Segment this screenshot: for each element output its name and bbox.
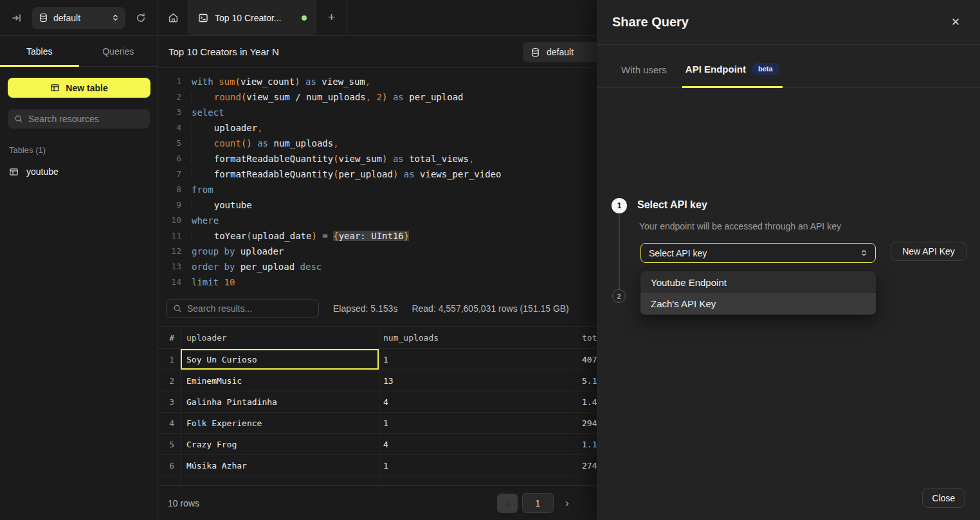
sidebar-expand-button[interactable] <box>8 9 26 27</box>
tab-strip: Top 10 Creator... + <box>158 0 597 35</box>
api-key-select[interactable]: Select API key <box>640 243 876 263</box>
elapsed-stat: Elapsed: 5.153s <box>333 303 397 314</box>
row-index: 2 <box>158 370 181 391</box>
tab-with-users-label: With users <box>621 64 667 75</box>
table-row: 6Músika Azhar1274 <box>158 455 597 476</box>
home-button[interactable] <box>158 0 189 35</box>
code-line[interactable]: 13order by per_upload desc <box>158 259 597 274</box>
resource-search-input[interactable] <box>28 114 143 124</box>
tab-queries[interactable]: Queries <box>79 36 158 66</box>
tab-top-10-creators[interactable]: Top 10 Creator... <box>189 0 316 35</box>
code-line[interactable]: 9 youtube <box>158 197 597 213</box>
database-selector[interactable]: default <box>32 7 125 29</box>
api-key-option[interactable]: Youtube Endpoint <box>640 272 876 293</box>
home-icon <box>168 12 179 23</box>
code-line[interactable]: 8from <box>158 182 597 197</box>
header-uploader[interactable]: uploader <box>181 327 379 348</box>
cell-uploader[interactable]: Crazy Frog <box>181 434 379 454</box>
cell-total-views[interactable]: 1.1 <box>577 434 597 454</box>
new-api-key-button[interactable]: New API Key <box>891 242 966 261</box>
query-title: Top 10 Creators in Year N <box>168 46 279 57</box>
new-table-button[interactable]: New table <box>8 78 150 98</box>
table-row-partial <box>158 476 597 485</box>
table-item-label: youtube <box>26 166 59 177</box>
search-icon <box>14 114 23 123</box>
cell-num-uploads[interactable]: 4 <box>379 434 577 454</box>
header-num-uploads[interactable]: num_uploads <box>379 327 577 348</box>
table-row: 2EminemMusic135.1 <box>158 370 597 391</box>
table-row: 1Soy Un Curioso1407 <box>158 349 597 370</box>
cell-num-uploads[interactable]: 1 <box>379 413 577 433</box>
row-index: 1 <box>158 349 181 370</box>
code-line[interactable]: 3select <box>158 105 597 120</box>
cell-uploader[interactable]: Folk Experience <box>181 413 379 433</box>
line-number: 7 <box>166 166 181 182</box>
code-line[interactable]: 6 formatReadableQuantity(view_sum) as to… <box>158 151 597 166</box>
cell-total-views[interactable]: 5.1 <box>577 370 597 391</box>
database-icon <box>39 13 48 22</box>
code-line[interactable]: 7 formatReadableQuantity(per_upload) as … <box>158 166 597 182</box>
cell-uploader[interactable]: EminemMusic <box>181 370 379 391</box>
code-line[interactable]: 1with sum(view_count) as view_sum, <box>158 74 597 89</box>
cell-uploader[interactable]: Músika Azhar <box>181 455 379 476</box>
results-toolbar: Elapsed: 5.153s Read: 4,557,605,031 rows… <box>158 291 597 326</box>
line-number: 5 <box>166 136 181 151</box>
line-number: 6 <box>166 151 181 166</box>
new-tab-button[interactable]: + <box>316 0 347 35</box>
query-database-selector[interactable]: default <box>523 42 597 62</box>
results-table-header: # uploader num_uploads tot <box>158 326 597 349</box>
cell-total-views[interactable]: 407 <box>577 349 597 370</box>
step-connector-line <box>619 215 620 289</box>
api-key-option[interactable]: Zach's API Key <box>640 293 876 314</box>
cell-total-views[interactable]: 1.4 <box>577 391 597 412</box>
cell-uploader[interactable]: Soy Un Curioso <box>181 349 379 370</box>
tab-api-endpoint[interactable]: API Endpoint beta <box>682 63 783 87</box>
resource-search <box>8 109 150 129</box>
line-number: 14 <box>166 274 181 290</box>
tab-tables[interactable]: Tables <box>0 36 79 66</box>
code-line[interactable]: 5 count() as num_uploads, <box>158 136 597 151</box>
results-footer: 10 rows ‹ 1 › <box>158 485 597 520</box>
cell-total-views[interactable]: 294 <box>577 413 597 433</box>
line-number: 11 <box>166 228 181 244</box>
cell-total-views[interactable]: 274 <box>577 455 597 476</box>
results-search-input[interactable] <box>187 303 312 314</box>
sql-editor[interactable]: 1with sum(view_count) as view_sum,2 roun… <box>158 67 597 291</box>
cell-num-uploads[interactable]: 13 <box>379 370 577 391</box>
cell-uploader[interactable]: Galinha Pintadinha <box>181 391 379 412</box>
query-database-value: default <box>547 47 574 57</box>
code-line[interactable]: 12group by uploader <box>158 244 597 259</box>
header-index: # <box>158 327 181 348</box>
sidebar-table-item[interactable]: youtube <box>0 161 158 182</box>
share-panel-header: Share Query ✕ <box>597 0 980 45</box>
row-index: 3 <box>158 391 181 412</box>
prev-page-button[interactable]: ‹ <box>497 494 518 513</box>
line-number: 2 <box>166 89 181 105</box>
code-line[interactable]: 11 toYear(upload_date) = {year: UInt16} <box>158 228 597 244</box>
refresh-button[interactable] <box>132 9 150 27</box>
code-line[interactable]: 14limit 10 <box>158 274 597 290</box>
tab-with-users[interactable]: With users <box>618 64 670 87</box>
step-2-indicator: 2 <box>612 289 626 303</box>
step-1-indicator: 1 <box>612 198 627 213</box>
api-key-dropdown-menu: Youtube EndpointZach's API Key <box>640 271 876 315</box>
current-page-button[interactable]: 1 <box>522 493 554 513</box>
code-line[interactable]: 4 uploader, <box>158 120 597 136</box>
line-number: 3 <box>166 105 181 120</box>
cell-num-uploads[interactable]: 1 <box>379 349 577 370</box>
cell-num-uploads[interactable]: 1 <box>379 455 577 476</box>
search-icon <box>173 304 182 313</box>
code-line[interactable]: 10where <box>158 213 597 228</box>
cell-num-uploads[interactable]: 4 <box>379 391 577 412</box>
close-button[interactable]: Close <box>922 488 965 508</box>
header-total-views[interactable]: tot <box>577 327 597 348</box>
sidebar-expand-icon <box>12 13 22 23</box>
code-line[interactable]: 2 round(view_sum / num_uploads, 2) as pe… <box>158 89 597 105</box>
table-row: 3Galinha Pintadinha41.4 <box>158 391 597 413</box>
tables-section-label: Tables (1) <box>9 145 149 155</box>
step-1-title: Select API key <box>637 199 707 211</box>
close-icon[interactable]: ✕ <box>947 13 965 31</box>
query-header: Top 10 Creators in Year N default <box>158 36 597 67</box>
database-icon <box>531 48 540 57</box>
next-page-button[interactable]: › <box>558 494 576 513</box>
